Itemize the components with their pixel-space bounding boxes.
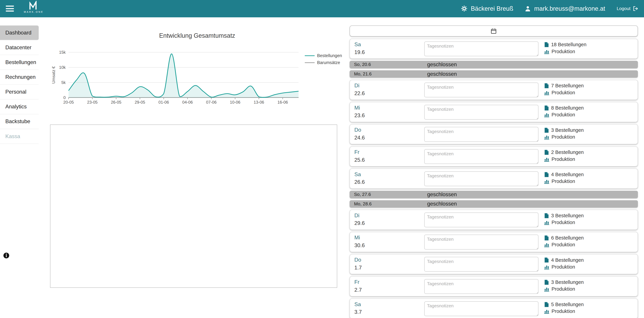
day-card: Sa 3.7 5 Bestellungen Produktion xyxy=(350,298,638,318)
gear-icon xyxy=(461,5,468,12)
orders-link-label: 3 Bestellungen xyxy=(551,279,584,285)
day-info: Mi 30.6 xyxy=(354,235,424,249)
day-links: 3 Bestellungen Produktion xyxy=(544,127,584,142)
produktion-link[interactable]: Produktion xyxy=(544,112,584,118)
notes-textarea[interactable] xyxy=(424,127,538,142)
sidebar-item-rechnungen[interactable]: Rechnungen xyxy=(0,70,39,85)
notes-textarea[interactable] xyxy=(424,212,538,227)
orders-link[interactable]: 3 Bestellungen xyxy=(544,213,584,218)
sidebar-item-bestellungen[interactable]: Bestellungen xyxy=(0,55,39,70)
day-date: 24.6 xyxy=(354,135,424,141)
sidebar-item-datacenter[interactable]: Datacenter xyxy=(0,40,39,55)
legend-item-bestellungen[interactable]: Bestellungen xyxy=(305,53,342,58)
document-icon xyxy=(544,105,549,111)
logout-icon xyxy=(633,6,638,11)
legend-item-barumsaetze[interactable]: Barumsätze xyxy=(305,60,342,65)
svg-text:10k: 10k xyxy=(59,65,66,70)
bar-chart-icon xyxy=(544,286,549,291)
day-date: 29.6 xyxy=(354,220,424,226)
sidebar-item-analytics[interactable]: Analytics xyxy=(0,100,39,114)
day-abbrev: Sa xyxy=(354,171,424,178)
svg-text:0: 0 xyxy=(64,95,66,100)
day-date: 2.7 xyxy=(354,287,424,293)
produktion-link[interactable]: Produktion xyxy=(544,49,586,54)
orders-link[interactable]: 2 Bestellungen xyxy=(544,149,584,155)
orders-link-label: 4 Bestellungen xyxy=(551,172,584,177)
orders-link[interactable]: 7 Bestellungen xyxy=(544,83,584,89)
closed-day-bar: Mo, 28.6 geschlossen xyxy=(350,200,638,208)
svg-text:5k: 5k xyxy=(62,80,66,85)
notes-textarea[interactable] xyxy=(424,171,538,186)
orders-link[interactable]: 3 Bestellungen xyxy=(544,127,584,133)
orders-link[interactable]: 5 Bestellungen xyxy=(544,302,584,307)
notes-textarea[interactable] xyxy=(424,235,538,249)
produktion-link[interactable]: Produktion xyxy=(544,90,584,96)
orders-link-label: 5 Bestellungen xyxy=(551,302,584,307)
produktion-link[interactable]: Produktion xyxy=(544,264,584,270)
account-menu[interactable]: mark.breuss@markone.at xyxy=(525,5,605,12)
document-icon xyxy=(544,128,549,133)
bar-chart-icon xyxy=(544,90,549,95)
produktion-link[interactable]: Produktion xyxy=(544,286,584,292)
day-card: Sa 19.6 18 Bestellungen Produktion xyxy=(350,39,638,59)
sidebar-item-personal[interactable]: Personal xyxy=(0,85,39,100)
orders-link-label: 18 Bestellungen xyxy=(551,42,586,47)
produktion-link[interactable]: Produktion xyxy=(544,179,584,184)
sidebar-item-backstube[interactable]: Backstube xyxy=(0,114,39,129)
orders-link-label: 4 Bestellungen xyxy=(551,257,584,263)
legend-line-icon xyxy=(305,55,314,56)
produktion-link[interactable]: Produktion xyxy=(544,156,584,162)
orders-link[interactable]: 4 Bestellungen xyxy=(544,172,584,177)
notes-textarea[interactable] xyxy=(424,83,538,97)
orders-link[interactable]: 6 Bestellungen xyxy=(544,235,584,241)
closed-day-date: So, 27.6 xyxy=(354,192,427,197)
orders-link[interactable]: 3 Bestellungen xyxy=(544,279,584,285)
day-list: Sa 19.6 18 Bestellungen Produktion xyxy=(350,26,638,318)
day-info: Sa 3.7 xyxy=(354,301,424,316)
orders-link-label: 3 Bestellungen xyxy=(551,213,584,218)
logout-button[interactable]: Logout xyxy=(617,6,638,11)
day-info: Fr 2.7 xyxy=(354,279,424,294)
day-links: 7 Bestellungen Produktion xyxy=(544,83,584,98)
notes-textarea[interactable] xyxy=(424,301,538,316)
orders-link-label: 2 Bestellungen xyxy=(551,149,584,155)
day-abbrev: Sa xyxy=(354,301,424,307)
document-icon xyxy=(544,213,549,218)
produktion-link-label: Produktion xyxy=(552,242,575,247)
svg-text:16-06: 16-06 xyxy=(278,100,288,105)
notes-textarea[interactable] xyxy=(424,257,538,272)
svg-text:04-06: 04-06 xyxy=(182,100,193,105)
orders-link[interactable]: 18 Bestellungen xyxy=(544,42,586,47)
svg-text:15k: 15k xyxy=(59,50,66,55)
revenue-chart-section: Entwicklung Gesamtumsatz 05k10k15k20-052… xyxy=(50,23,344,108)
chart-legend: Bestellungen Barumsätze xyxy=(305,53,342,67)
notes-textarea[interactable] xyxy=(424,42,538,56)
notes-textarea[interactable] xyxy=(424,105,538,120)
calendar-button[interactable] xyxy=(350,26,638,37)
revenue-line-chart: 05k10k15k20-0523-0526-0529-0501-0604-060… xyxy=(50,42,303,107)
orders-link-label: 8 Bestellungen xyxy=(551,105,584,111)
notes-textarea[interactable] xyxy=(424,149,538,164)
produktion-link[interactable]: Produktion xyxy=(544,134,584,140)
orders-link[interactable]: 4 Bestellungen xyxy=(544,257,584,263)
day-info: Di 29.6 xyxy=(354,212,424,227)
info-button[interactable] xyxy=(3,252,9,260)
menu-icon[interactable] xyxy=(6,4,14,13)
day-info: Sa 26.6 xyxy=(354,171,424,186)
brand-logo[interactable]: MARK.ONE xyxy=(22,1,46,13)
produktion-link[interactable]: Produktion xyxy=(544,242,584,247)
top-navbar: MARK.ONE Bäckerei Breuß mark.breuss@mark… xyxy=(0,0,644,17)
day-date: 19.6 xyxy=(354,49,424,55)
sidebar-item-dashboard[interactable]: Dashboard xyxy=(0,26,39,40)
bar-chart-icon xyxy=(544,157,549,162)
closed-day-bar: Mo, 21.6 geschlossen xyxy=(350,70,638,78)
day-links: 5 Bestellungen Produktion xyxy=(544,301,584,316)
produktion-link[interactable]: Produktion xyxy=(544,308,584,314)
company-menu[interactable]: Bäckerei Breuß xyxy=(461,5,513,12)
produktion-link[interactable]: Produktion xyxy=(544,220,584,225)
bar-chart-icon xyxy=(544,112,549,117)
produktion-link-label: Produktion xyxy=(552,179,575,184)
day-info: Sa 19.6 xyxy=(354,42,424,56)
notes-textarea[interactable] xyxy=(424,279,538,294)
orders-link[interactable]: 8 Bestellungen xyxy=(544,105,584,111)
